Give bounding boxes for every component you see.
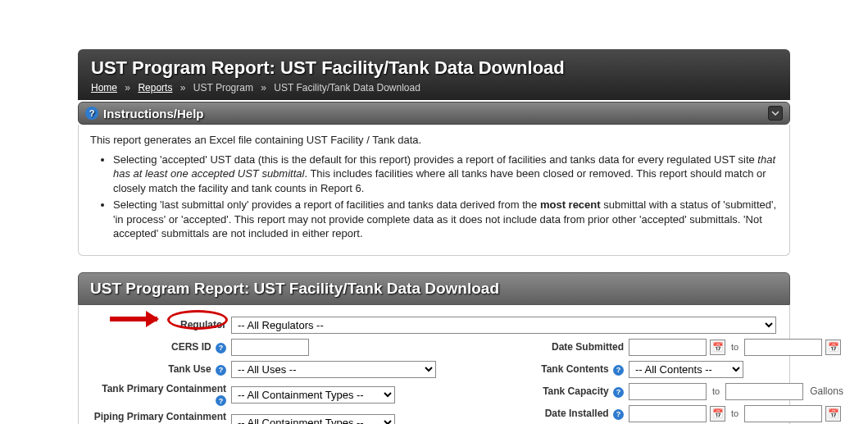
instructions-header: ? Instructions/Help <box>78 102 790 125</box>
to-label: to <box>731 408 738 418</box>
collapse-button[interactable] <box>768 106 783 121</box>
breadcrumb-current: UST Facility/Tank Data Download <box>274 82 420 93</box>
help-icon: ? <box>85 107 98 120</box>
tank-use-label: Tank Use <box>168 363 211 375</box>
help-icon[interactable]: ? <box>613 387 624 398</box>
piping-primary-label: Piping Primary Containment <box>94 411 226 422</box>
calendar-icon[interactable]: 📅 <box>825 406 841 422</box>
page-title: UST Program Report: UST Facility/Tank Da… <box>91 57 777 79</box>
breadcrumb-home[interactable]: Home <box>91 82 117 93</box>
tank-capacity-from[interactable] <box>629 383 707 400</box>
help-icon[interactable]: ? <box>216 395 226 406</box>
instructions-bullet-1: Selecting 'accepted' UST data (this is t… <box>113 153 778 196</box>
cers-id-label: CERS ID <box>171 341 211 353</box>
instructions-body: This report generates an Excel file cont… <box>78 125 790 256</box>
regulator-label: Regulator <box>92 319 231 331</box>
breadcrumb-sep: » <box>180 82 186 93</box>
tank-primary-select[interactable]: -- All Containment Types -- <box>231 386 395 403</box>
tank-contents-select[interactable]: -- All Contents -- <box>629 361 743 378</box>
form-body: Regulator -- All Regulators -- CERS ID ?… <box>78 305 790 424</box>
gallons-label: Gallons <box>810 385 843 397</box>
instructions-intro: This report generates an Excel file cont… <box>90 133 778 148</box>
help-icon[interactable]: ? <box>216 365 226 376</box>
tank-primary-label: Tank Primary Containment <box>102 383 226 394</box>
breadcrumb-sep: » <box>261 82 266 93</box>
tank-capacity-to[interactable] <box>725 383 803 400</box>
help-icon[interactable]: ? <box>216 343 226 353</box>
to-label: to <box>712 386 720 396</box>
instructions-title: Instructions/Help <box>103 107 204 121</box>
tank-contents-label: Tank Contents <box>541 363 608 375</box>
breadcrumb-program: UST Program <box>193 82 253 93</box>
to-label: to <box>731 342 738 352</box>
breadcrumb-reports[interactable]: Reports <box>138 82 172 93</box>
piping-primary-select[interactable]: -- All Containment Types -- <box>231 414 395 424</box>
tank-use-select[interactable]: -- All Uses -- <box>231 361 436 378</box>
date-installed-to[interactable] <box>744 405 822 422</box>
page-header: UST Program Report: UST Facility/Tank Da… <box>78 49 790 100</box>
date-submitted-label: Date Submitted <box>552 341 624 353</box>
calendar-icon[interactable]: 📅 <box>825 340 841 355</box>
date-submitted-to[interactable] <box>744 339 822 356</box>
breadcrumb-sep: » <box>125 82 130 93</box>
date-submitted-from[interactable] <box>629 339 707 356</box>
breadcrumb: Home » Reports » UST Program » UST Facil… <box>91 82 777 93</box>
date-installed-from[interactable] <box>629 405 707 422</box>
regulator-select[interactable]: -- All Regulators -- <box>231 317 776 334</box>
calendar-icon[interactable]: 📅 <box>710 340 725 355</box>
help-icon[interactable]: ? <box>613 409 624 420</box>
date-installed-label: Date Installed <box>545 408 609 419</box>
tank-capacity-label: Tank Capacity <box>543 385 608 397</box>
calendar-icon[interactable]: 📅 <box>710 406 725 422</box>
cers-id-input[interactable] <box>231 339 309 356</box>
form-section-header: UST Program Report: UST Facility/Tank Da… <box>78 272 790 305</box>
help-icon[interactable]: ? <box>613 365 624 376</box>
instructions-bullet-2: Selecting 'last submittal only' provides… <box>113 198 778 241</box>
